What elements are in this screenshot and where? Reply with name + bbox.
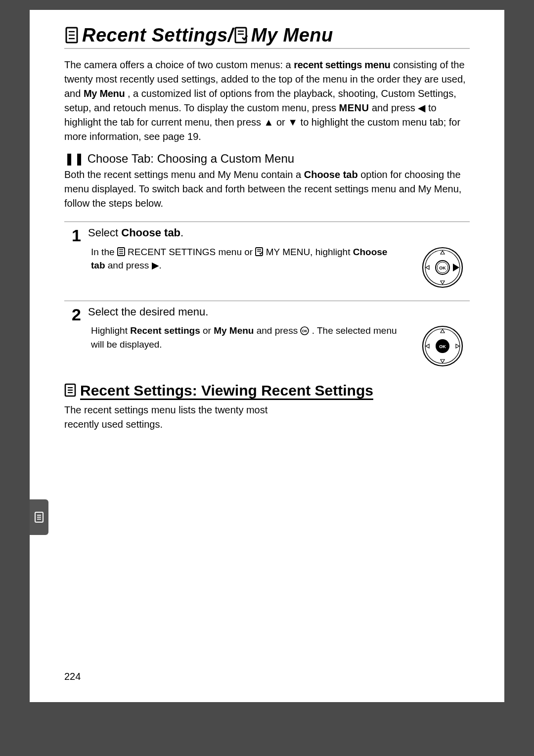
svg-marker-32 [456, 344, 459, 348]
choose-tab-paragraph: Both the recent settings menu and My Men… [64, 168, 470, 211]
text-bold: My Menu [84, 88, 125, 99]
recent-settings-heading: Recent Settings: Viewing Recent Settings [64, 382, 470, 399]
step-number: 2 [64, 305, 81, 323]
step-row: Highlight Recent settings or My Menu and… [88, 324, 470, 368]
step-body: Select the desired menu. Highlight Recen… [88, 305, 470, 369]
svg-text:OK: OK [439, 266, 446, 270]
section-paragraph: The recent settings menu lists the twent… [64, 403, 292, 432]
step-number: 1 [64, 226, 81, 244]
heading-text: Recent Settings: Viewing Recent Settings [80, 382, 373, 399]
text: or [203, 325, 214, 336]
text: Select [88, 226, 121, 239]
text: . [180, 226, 183, 239]
text: Both the recent settings menu and My Men… [64, 169, 304, 180]
svg-marker-29 [441, 329, 445, 333]
step-text: Highlight Recent settings or My Menu and… [88, 324, 400, 368]
page-number: 224 [64, 671, 81, 682]
step-1: 1 Select Choose tab. In the [64, 226, 470, 290]
step-row: In the RECENT SETTINGS menu or [88, 245, 470, 290]
dpad-ok-icon: OK [415, 324, 470, 368]
text-bold: My Menu [214, 325, 254, 336]
step-text: In the RECENT SETTINGS menu or [88, 245, 400, 290]
text: Select the desired menu. [88, 306, 208, 318]
title-part1: Recent Settings/ [82, 25, 233, 45]
heading-text: Choose Tab: Choosing a Custom Menu [84, 152, 294, 165]
text: MY MENU, highlight [266, 247, 353, 257]
menu-key: MENU [339, 102, 369, 113]
text: RECENT SETTINGS menu or [128, 247, 255, 257]
manual-page: Recent Settings/ My Menu The camera offe… [30, 10, 504, 702]
svg-marker-22 [453, 264, 459, 271]
text-bold: Choose tab [121, 226, 180, 239]
separator [64, 222, 470, 222]
choose-tab-heading: ❚❚ Choose Tab: Choosing a Custom Menu [64, 152, 470, 166]
heading-marker: ❚❚ [64, 152, 84, 165]
svg-marker-30 [441, 359, 445, 363]
svg-marker-21 [426, 266, 429, 269]
ok-button-icon: OK [300, 325, 312, 336]
my-menu-icon [233, 27, 248, 44]
title-part2: My Menu [251, 25, 333, 45]
separator [64, 301, 470, 301]
title-bar: Recent Settings/ My Menu [64, 25, 470, 49]
text: and press [257, 325, 301, 336]
step-2: 2 Select the desired menu. Highlight Rec… [64, 305, 470, 369]
text-bold: recent settings menu [294, 59, 390, 70]
recent-settings-icon [64, 383, 76, 397]
intro-paragraph: The camera offers a choice of two custom… [64, 58, 470, 144]
step-body: Select Choose tab. In the [88, 226, 470, 290]
my-menu-icon [255, 247, 266, 257]
svg-text:OK: OK [302, 329, 308, 333]
text: In the [91, 247, 117, 257]
svg-text:OK: OK [439, 344, 446, 349]
side-tab [30, 499, 48, 535]
text-bold: Recent settings [130, 325, 200, 336]
recent-settings-icon [117, 247, 128, 257]
recent-settings-icon [34, 511, 44, 523]
recent-settings-icon [64, 27, 79, 44]
svg-marker-31 [426, 344, 429, 348]
step-title: Select the desired menu. [88, 305, 470, 319]
text: and press ▶. [108, 260, 162, 270]
dpad-right-icon: OK [415, 245, 470, 290]
svg-marker-20 [441, 281, 445, 284]
page-title: Recent Settings/ My Menu [64, 25, 470, 46]
svg-marker-19 [441, 251, 445, 254]
step-title: Select Choose tab. [88, 226, 470, 240]
text-bold: Choose tab [304, 169, 358, 180]
text: The camera offers a choice of two custom… [64, 59, 294, 70]
text: Highlight [91, 325, 130, 336]
